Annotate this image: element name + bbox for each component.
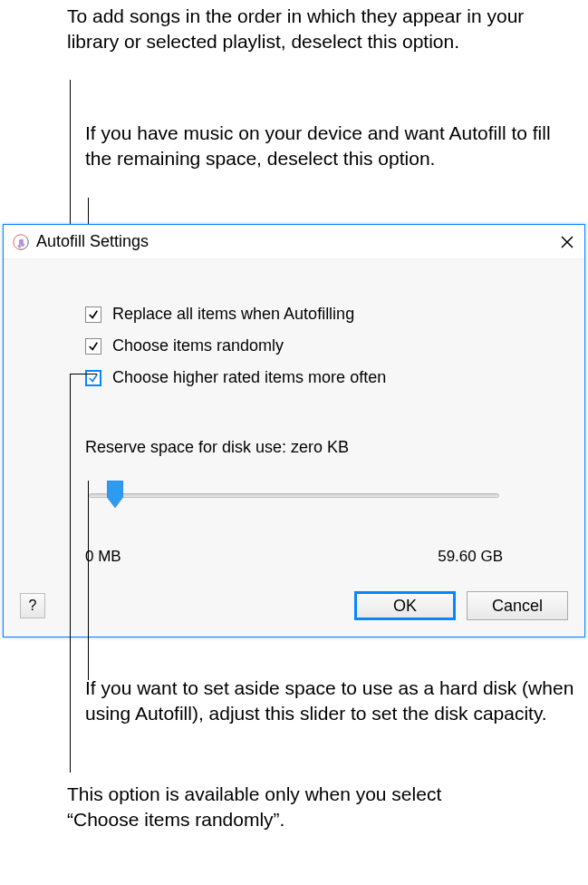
titlebar: Autofill Settings xyxy=(4,225,584,259)
reserve-slider[interactable] xyxy=(89,481,499,517)
option-row-replace-all: Replace all items when Autofilling xyxy=(85,305,503,324)
callout-random-order: To add songs in the order in which they … xyxy=(67,4,538,55)
window-title: Autofill Settings xyxy=(36,232,557,251)
autofill-settings-dialog: Autofill Settings Replace all items when… xyxy=(3,224,585,637)
checkbox-choose-random[interactable] xyxy=(85,338,101,355)
checkbox-higher-rated[interactable] xyxy=(85,370,101,386)
leader-c4-horizontal xyxy=(70,374,97,374)
cancel-button[interactable]: Cancel xyxy=(467,591,568,620)
callout-higher-rated-dependency: This option is available only when you s… xyxy=(67,782,448,833)
label-replace-all: Replace all items when Autofilling xyxy=(112,305,354,324)
label-higher-rated: Choose higher rated items more often xyxy=(112,368,386,387)
callout-replace-all: If you have music on your device and wan… xyxy=(85,121,565,172)
close-icon xyxy=(561,236,574,248)
close-button[interactable] xyxy=(557,232,577,252)
slider-scale: 0 MB 59.60 GB xyxy=(85,548,503,566)
leader-c4-vertical xyxy=(70,374,71,773)
button-row: ? OK Cancel xyxy=(20,591,568,620)
reserve-label: Reserve space for disk use: zero KB xyxy=(85,438,503,457)
label-choose-random: Choose items randomly xyxy=(112,336,284,355)
dialog-body: Replace all items when Autofilling Choos… xyxy=(4,259,584,637)
option-row-choose-random: Choose items randomly xyxy=(85,336,503,355)
reserve-section: Reserve space for disk use: zero KB 0 MB… xyxy=(85,438,503,566)
itunes-icon xyxy=(13,234,29,250)
slider-thumb[interactable] xyxy=(107,481,123,508)
slider-min: 0 MB xyxy=(85,548,121,566)
help-button[interactable]: ? xyxy=(20,593,45,618)
slider-track xyxy=(89,493,499,498)
checkbox-replace-all[interactable] xyxy=(85,306,101,323)
option-row-higher-rated: Choose higher rated items more often xyxy=(85,368,503,387)
page-root: To add songs in the order in which they … xyxy=(0,0,588,885)
slider-max: 59.60 GB xyxy=(438,548,503,566)
leader-c3-vertical xyxy=(88,481,89,680)
callout-slider: If you want to set aside space to use as… xyxy=(85,676,574,727)
ok-button[interactable]: OK xyxy=(354,591,456,620)
